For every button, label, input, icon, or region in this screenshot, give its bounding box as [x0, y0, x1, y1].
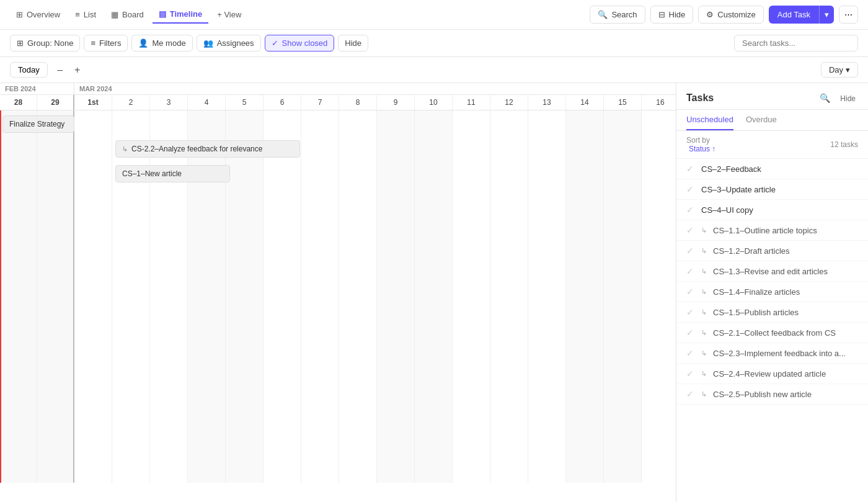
task-bars-container: Finalize Strategy ↳ CS-2.2–Analyze feedb…	[0, 110, 676, 483]
add-task-button[interactable]: Add Task	[769, 6, 819, 24]
check-icon: ✓	[686, 225, 696, 235]
check-icon: ✓	[686, 205, 696, 215]
panel-sort: Sort by Status ↑ 12 tasks	[676, 131, 868, 159]
day-numbers-row: 28 29 1st 2 3 4 5 6 7 8 9 10 11 12 13 14…	[0, 95, 676, 110]
list-item[interactable]: ✓ ↳ CS–1.5–Publish articles	[676, 302, 868, 323]
sort-field-label: Status	[689, 145, 710, 153]
task-count-label: 12 tasks	[830, 140, 858, 149]
me-mode-button[interactable]: 👤 Me mode	[131, 35, 192, 52]
list-item[interactable]: ✓ ↳ CS–1.1–Outline article topics	[676, 220, 868, 241]
overflow-icon: ⋯	[844, 10, 852, 19]
check-icon: ✓	[686, 389, 696, 399]
tab-unscheduled[interactable]: Unscheduled	[686, 110, 733, 130]
sort-by-row: Sort by Status ↑	[686, 136, 715, 153]
check-icon: ✓	[686, 369, 696, 379]
customize-icon: ⚙	[706, 10, 714, 19]
task-bar-finalize[interactable]: Finalize Strategy	[2, 115, 74, 133]
assignees-label: Assignees	[217, 38, 254, 48]
list-item[interactable]: ✓ ↳ CS–1.3–Revise and edit articles	[676, 261, 868, 282]
day-14: 14	[566, 95, 604, 110]
list-item[interactable]: ✓ ↳ CS–1.4–Finalize articles	[676, 282, 868, 302]
show-closed-button[interactable]: ✓ Show closed	[265, 35, 335, 52]
right-panel: Tasks 🔍 Hide Unscheduled Overdue Sort by…	[676, 83, 868, 502]
customize-label: Customize	[717, 10, 755, 19]
task-name: CS–1.1–Outline article topics	[713, 226, 817, 235]
search-button[interactable]: 🔍 Search	[590, 6, 645, 24]
panel-hide-button[interactable]: Hide	[838, 92, 858, 104]
timeline-area: FEB 2024 MAR 2024 28 29 1st 2 3 4 5 6 7 …	[0, 83, 676, 502]
me-mode-label: Me mode	[152, 38, 185, 48]
timeline-icon: ▤	[159, 9, 166, 19]
subtask-icon-1: ↳	[122, 145, 128, 153]
customize-button[interactable]: ⚙ Customize	[698, 6, 763, 24]
toolbar-hide-button[interactable]: Hide	[338, 35, 368, 52]
nav-board-label: Board	[122, 10, 144, 19]
feb-month-label: FEB 2024	[0, 83, 74, 94]
check-icon: ✓	[686, 164, 696, 174]
list-item[interactable]: ✓ CS–2–Feedback	[676, 159, 868, 179]
day-9: 9	[377, 95, 415, 110]
day-8: 8	[339, 95, 377, 110]
toolbar-left: ⊞ Group: None ≡ Filters 👤 Me mode 👥 Assi…	[10, 35, 368, 52]
list-item[interactable]: ✓ ↳ CS–2.5–Publish new article	[676, 384, 868, 405]
nav-timeline-label: Timeline	[170, 9, 203, 19]
prev-arrow-button[interactable]: –	[53, 63, 68, 78]
day-10: 10	[415, 95, 453, 110]
assignees-button[interactable]: 👥 Assignees	[197, 35, 261, 52]
nav-view[interactable]: + View	[211, 6, 247, 23]
list-item[interactable]: ✓ CS–4–UI copy	[676, 200, 868, 220]
task-name: CS–1.2–Draft articles	[713, 246, 790, 256]
task-name: CS–2.5–Publish new article	[713, 390, 812, 399]
task-name: CS–1.5–Publish articles	[713, 308, 799, 317]
subtask-dot: ↳	[701, 226, 707, 235]
panel-tabs: Unscheduled Overdue	[676, 110, 868, 131]
check-icon: ✓	[686, 246, 696, 256]
overflow-button[interactable]: ⋯	[839, 6, 858, 24]
next-arrow-button[interactable]: +	[70, 63, 85, 78]
group-button[interactable]: ⊞ Group: None	[10, 35, 80, 52]
nav-timeline[interactable]: ▤ Timeline	[153, 6, 209, 24]
sort-by-label: Sort by	[686, 136, 710, 145]
me-icon: 👤	[138, 38, 148, 48]
list-item[interactable]: ✓ ↳ CS–1.2–Draft articles	[676, 241, 868, 261]
cs22-label: CS-2.2–Analyze feedback for relevance	[131, 145, 262, 153]
filters-button[interactable]: ≡ Filters	[84, 35, 128, 52]
list-item[interactable]: ✓ ↳ CS–2.3–Implement feedback into a...	[676, 343, 868, 364]
subtask-dot: ↳	[701, 390, 707, 398]
panel-search-button[interactable]: 🔍	[817, 92, 833, 104]
date-nav-arrows: – +	[53, 63, 85, 78]
search-icon: 🔍	[598, 10, 608, 19]
nav-overview[interactable]: ⊞ Overview	[10, 6, 66, 23]
task-bar-cs1[interactable]: CS–1–New article	[115, 165, 230, 182]
day-6: 6	[264, 95, 301, 110]
list-item[interactable]: ✓ ↳ CS–2.1–Collect feedback from CS	[676, 323, 868, 343]
hide-icon: ⊟	[658, 10, 665, 19]
add-task-dropdown-button[interactable]: ▾	[819, 6, 834, 24]
day-28: 28	[0, 95, 37, 110]
hide-button[interactable]: ⊟ Hide	[650, 6, 694, 24]
list-item[interactable]: ✓ CS–3–Update article	[676, 179, 868, 200]
panel-header-actions: 🔍 Hide	[817, 92, 858, 104]
day-3: 3	[150, 95, 188, 110]
list-item[interactable]: ✓ ↳ CS–2.4–Review updated article	[676, 364, 868, 384]
subtask-dot: ↳	[701, 329, 707, 337]
nav-list-label: List	[84, 10, 96, 19]
nav-left: ⊞ Overview ≡ List ▦ Board ▤ Timeline + V…	[10, 6, 247, 24]
assignees-icon: 👥	[203, 38, 213, 48]
day-15: 15	[604, 95, 642, 110]
nav-list[interactable]: ≡ List	[69, 6, 102, 23]
group-icon: ⊞	[17, 38, 24, 48]
search-tasks-input[interactable]	[734, 35, 858, 52]
day-select-button[interactable]: Day ▾	[821, 62, 858, 78]
sort-status-button[interactable]: Status ↑	[689, 145, 715, 153]
today-button[interactable]: Today	[10, 62, 48, 78]
date-nav-left: Today – +	[10, 62, 85, 78]
subtask-dot: ↳	[701, 288, 707, 296]
tab-overdue[interactable]: Overdue	[746, 110, 777, 130]
day-1: 1st	[74, 95, 112, 110]
nav-board[interactable]: ▦ Board	[105, 6, 150, 23]
task-bar-cs22[interactable]: ↳ CS-2.2–Analyze feedback for relevance	[115, 140, 300, 158]
nav-overview-label: Overview	[27, 10, 60, 19]
list-icon: ≡	[75, 10, 80, 19]
subtask-dot: ↳	[701, 267, 707, 276]
